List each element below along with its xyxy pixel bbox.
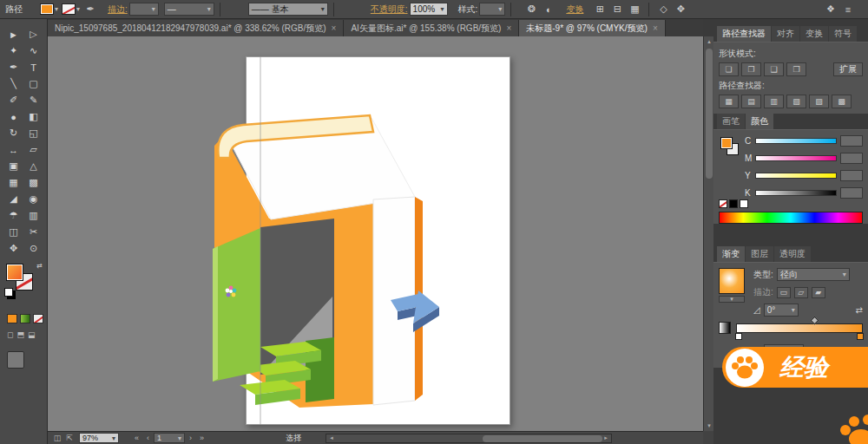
brush-definition-dropdown[interactable]: —— 基本 ▾	[248, 3, 328, 16]
artboard-number-dropdown[interactable]: 1 ▾	[154, 433, 185, 443]
gradient-tool[interactable]: ▩	[23, 174, 43, 191]
tab-gradient[interactable]: 渐变	[717, 246, 745, 262]
style-dropdown[interactable]: ▾	[479, 3, 505, 16]
stroke-within-icon[interactable]: ▭	[777, 287, 791, 298]
shape-builder-tool[interactable]: ▣	[3, 158, 23, 174]
document-tab-1[interactable]: Nipic_15097685_20180412182947978039.ai* …	[48, 20, 344, 36]
gradient-midpoint-marker[interactable]	[811, 316, 819, 324]
hand-tool[interactable]: ✥	[3, 240, 23, 257]
next-artboard-button[interactable]: ›	[185, 434, 196, 442]
opacity-link[interactable]: 不透明度:	[371, 3, 408, 16]
isolate-icon[interactable]: ✥	[673, 3, 688, 16]
status-pages-icon[interactable]: ◫	[51, 434, 63, 442]
magenta-slider[interactable]	[755, 155, 837, 161]
width-profile-dropdown[interactable]: —▾	[164, 3, 214, 16]
gradient-type-dropdown[interactable]: 径向 ▾	[777, 268, 850, 281]
align-horizontal-icon[interactable]: ⊞	[592, 3, 608, 16]
shape-options-icon[interactable]: ◇	[655, 3, 671, 16]
tab-transparency[interactable]: 透明度	[774, 246, 811, 262]
exclude-button[interactable]: ❒	[786, 62, 806, 76]
tab-align[interactable]: 对齐	[772, 26, 799, 42]
horizontal-scrollbar[interactable]: ◂ ▸	[326, 434, 612, 443]
none-swatch[interactable]	[719, 199, 727, 208]
last-artboard-button[interactable]: »	[196, 434, 207, 442]
stroke-along-icon[interactable]: ▱	[794, 287, 808, 298]
close-icon[interactable]: ×	[653, 23, 658, 33]
crop-button[interactable]: ▧	[786, 95, 806, 108]
tab-pathfinder[interactable]: 路径查找器	[717, 26, 771, 42]
door[interactable]	[213, 228, 260, 382]
cyan-slider[interactable]	[755, 138, 837, 144]
draw-normal-icon[interactable]: ◻	[7, 330, 13, 339]
stroke-weight-dropdown[interactable]: ▾	[129, 3, 159, 16]
lasso-tool[interactable]: ∿	[23, 42, 43, 59]
previous-artboard-button[interactable]: ‹	[142, 434, 154, 442]
trim-button[interactable]: ▤	[741, 95, 761, 108]
distribute-icon[interactable]: ▦	[627, 3, 642, 16]
paintbrush-tool[interactable]: ✐	[3, 92, 23, 108]
vertical-scroll-thumb[interactable]	[706, 49, 713, 179]
transform-link[interactable]: 变换	[566, 3, 583, 16]
document-tab-3[interactable]: 未标题-9* @ 97% (CMYK/预览) ×	[519, 20, 665, 36]
gradient-angle-field[interactable]: 0° ▾	[764, 304, 799, 317]
eyedropper-tool[interactable]: ◢	[3, 191, 23, 207]
blob-brush-tool[interactable]: ●	[3, 108, 23, 125]
slice-tool[interactable]: ✂	[23, 224, 43, 240]
mesh-tool[interactable]: ▦	[3, 174, 23, 191]
selection-tool[interactable]: ►	[3, 26, 23, 42]
rectangle-tool[interactable]: ▢	[23, 75, 43, 92]
yellow-slider[interactable]	[755, 173, 837, 179]
gradient-stop-start[interactable]	[735, 333, 742, 340]
tab-brushes[interactable]: 画笔	[717, 114, 745, 129]
tab-color[interactable]: 颜色	[746, 114, 773, 129]
menu-icon[interactable]: ≡	[840, 3, 856, 16]
scroll-left-icon[interactable]: ◂	[326, 433, 337, 443]
tab-transform[interactable]: 变换	[800, 26, 828, 42]
canvas[interactable]	[48, 36, 703, 431]
rotate-tool[interactable]: ↻	[3, 125, 23, 141]
none-mode-button[interactable]	[33, 314, 43, 323]
gradient-swatch[interactable]	[719, 268, 745, 294]
perspective-grid-tool[interactable]: △	[23, 158, 43, 174]
width-tool[interactable]: ↔	[3, 141, 23, 158]
magenta-value-field[interactable]	[840, 153, 863, 164]
stroke-across-icon[interactable]: ▰	[812, 287, 825, 298]
pencil-tool[interactable]: ✎	[23, 92, 43, 108]
stroke-style-icon[interactable]: ✒	[82, 3, 98, 16]
tab-symbols[interactable]: 符号	[829, 26, 857, 42]
minus-front-button[interactable]: ❐	[741, 62, 761, 76]
white-swatch[interactable]	[740, 199, 748, 208]
magic-wand-tool[interactable]: ✦	[3, 42, 23, 59]
free-transform-tool[interactable]: ▱	[23, 141, 43, 158]
eraser-tool[interactable]: ◧	[23, 108, 43, 125]
first-artboard-button[interactable]: «	[131, 434, 142, 442]
adjust-icon[interactable]: ◐	[541, 3, 556, 16]
color-mode-button[interactable]	[7, 314, 17, 323]
reverse-gradient-icon[interactable]: ⇄	[856, 305, 863, 315]
workspace-icon[interactable]: ❖	[823, 3, 838, 16]
swap-fill-stroke-icon[interactable]: ⇄	[36, 262, 43, 270]
zoom-tool[interactable]: ⊙	[23, 240, 43, 257]
blend-tool[interactable]: ◉	[23, 191, 43, 207]
draw-inside-icon[interactable]: ⬓	[28, 330, 36, 339]
close-icon[interactable]: ×	[506, 23, 511, 33]
artboard-tool[interactable]: ◫	[3, 224, 23, 240]
color-spectrum-bar[interactable]	[719, 212, 863, 224]
outline-button[interactable]: ▨	[809, 95, 829, 108]
line-segment-tool[interactable]: ╲	[3, 75, 23, 92]
gradient-slider[interactable]	[736, 323, 863, 333]
yellow-value-field[interactable]	[840, 170, 863, 181]
gradient-stop-end[interactable]	[857, 333, 864, 340]
scale-tool[interactable]: ◱	[23, 125, 43, 141]
minus-back-button[interactable]: ▩	[832, 95, 852, 108]
status-expand-icon[interactable]: ⇱	[63, 434, 76, 442]
horizontal-scroll-thumb[interactable]	[483, 435, 602, 442]
default-fill-stroke-icon[interactable]	[4, 288, 13, 297]
merge-button[interactable]: ▥	[764, 95, 784, 108]
intersect-button[interactable]: ❑	[764, 62, 784, 76]
symbol-sprayer-tool[interactable]: ☂	[3, 207, 23, 224]
fill-color-dropdown[interactable]: ▾	[40, 3, 58, 15]
recolor-artwork-icon[interactable]: ❂	[523, 3, 539, 16]
tab-layers[interactable]: 图层	[746, 246, 773, 262]
gradient-mode-button[interactable]	[20, 314, 30, 323]
